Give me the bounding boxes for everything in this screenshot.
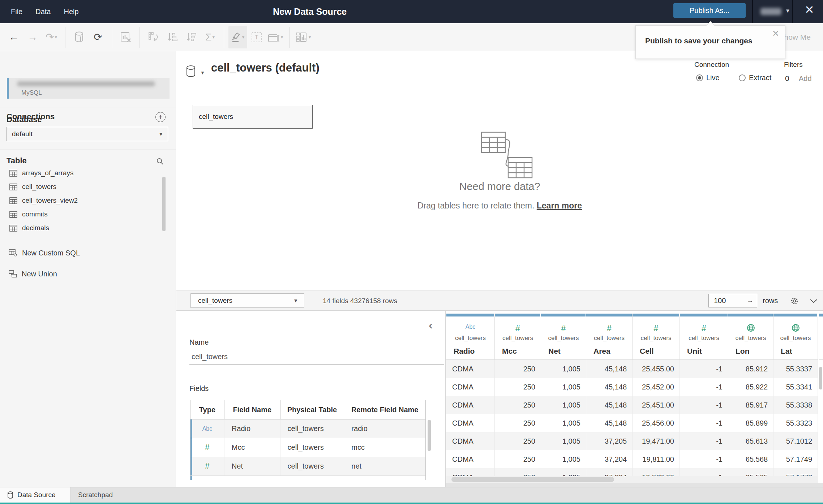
grid-cell: 250 bbox=[495, 396, 541, 414]
topbar-separator bbox=[792, 0, 793, 23]
table-icon bbox=[9, 225, 17, 232]
toolbar-separator bbox=[140, 27, 140, 48]
table-search-icon[interactable] bbox=[156, 158, 164, 165]
grid-cell: -1 bbox=[680, 378, 728, 396]
grid-hscroll-thumb[interactable] bbox=[451, 477, 614, 482]
sidebar-table-cell_towers[interactable]: cell_towers bbox=[0, 180, 170, 194]
fields-scrollbar[interactable] bbox=[428, 420, 431, 451]
fields-label: Fields bbox=[189, 384, 209, 393]
connection-heading: Connection bbox=[694, 61, 729, 69]
drag-tables-hint: Drag tables here to relate them. Learn m… bbox=[176, 201, 823, 211]
grid-cell: 37,205 bbox=[586, 432, 633, 450]
grid-cell: 55.3323 bbox=[773, 414, 818, 432]
column-accent-bar bbox=[773, 314, 817, 316]
grid-header-area[interactable]: #cell_towersArea bbox=[586, 314, 633, 360]
replay-icon[interactable]: ↷▾ bbox=[42, 26, 61, 48]
title-bar: FileDataHelp New Data Source Publish As.… bbox=[0, 0, 823, 23]
logical-table-cell-towers[interactable]: cell_towers bbox=[193, 105, 313, 129]
radio-selected-icon[interactable] bbox=[696, 74, 703, 81]
grid-vertical-scrollbar[interactable] bbox=[819, 367, 822, 389]
extract-radio[interactable]: Extract bbox=[739, 74, 771, 82]
connection-name-redacted bbox=[17, 81, 155, 86]
grid-header-lon[interactable]: cell_towersLon bbox=[728, 314, 773, 360]
collapse-grid-chevron-icon[interactable] bbox=[810, 298, 818, 303]
text-box-icon[interactable]: T bbox=[247, 26, 266, 48]
grid-header-cell[interactable]: #cell_towersCell bbox=[633, 314, 680, 360]
refresh-icon[interactable]: ⟳ bbox=[89, 26, 107, 48]
sidebar-divider bbox=[0, 108, 176, 108]
grid-header-net[interactable]: #cell_towersNet bbox=[541, 314, 586, 360]
new-union[interactable]: New Union bbox=[0, 267, 57, 281]
sidebar-table-arrays_of_arrays[interactable]: arrays_of_arrays bbox=[0, 166, 170, 180]
user-menu[interactable] bbox=[760, 8, 781, 15]
learn-more-link[interactable]: Learn more bbox=[537, 201, 582, 210]
filters-add-link[interactable]: Add bbox=[799, 74, 812, 83]
grid-header-lat[interactable]: cell_towersLat bbox=[773, 314, 818, 360]
grid-header-mcc[interactable]: #cell_towersMcc bbox=[495, 314, 541, 360]
sidebar-divider bbox=[0, 150, 176, 150]
tab-scratchpad[interactable]: Scratchpad bbox=[71, 487, 212, 503]
sort-ascending-icon[interactable] bbox=[163, 26, 182, 48]
field-row-net[interactable]: #Netcell_towersnet bbox=[190, 457, 425, 476]
grid-horizontal-scrollbar[interactable] bbox=[446, 476, 818, 483]
datasource-caret-icon[interactable]: ▼ bbox=[200, 70, 205, 76]
data-grid: Abccell_towersRadio#cell_towersMcc#cell_… bbox=[446, 314, 818, 486]
number-type-icon: # bbox=[654, 324, 659, 333]
connection-item[interactable]: MySQL bbox=[7, 78, 170, 99]
highlight-icon[interactable]: ▾ bbox=[228, 26, 247, 48]
field-row-mcc[interactable]: #Mcccell_towersmcc bbox=[190, 438, 425, 457]
menu-help[interactable]: Help bbox=[64, 8, 78, 16]
new-datasource-icon[interactable] bbox=[70, 26, 89, 48]
menu-file[interactable]: File bbox=[11, 8, 22, 16]
field-row-radio[interactable]: AbcRadiocell_towersradio bbox=[190, 419, 425, 438]
sort-descending-icon[interactable] bbox=[182, 26, 201, 48]
grid-cell: 250 bbox=[495, 432, 541, 450]
tab-data-source[interactable]: Data Source bbox=[0, 487, 71, 503]
grid-header-unit[interactable]: #cell_towersUnit bbox=[680, 314, 728, 360]
show-hide-cards-icon[interactable]: ▾ bbox=[294, 26, 313, 48]
grid-cell: 85.912 bbox=[728, 360, 773, 378]
add-connection-icon[interactable]: + bbox=[155, 112, 166, 122]
grid-cell: 250 bbox=[495, 378, 541, 396]
tooltip-close-icon[interactable]: ✕ bbox=[772, 29, 779, 39]
sidebar-table-decimals[interactable]: decimals bbox=[0, 221, 170, 235]
database-select[interactable]: default ▼ bbox=[7, 127, 168, 141]
grid-cell: -1 bbox=[680, 450, 728, 468]
publish-tooltip: Publish to save your changes ✕ bbox=[635, 25, 785, 59]
sidebar-table-commits[interactable]: commits bbox=[0, 207, 170, 221]
sidebar-table-cell_towers_view2[interactable]: cell_towers_view2 bbox=[0, 194, 170, 207]
table-icon bbox=[9, 170, 17, 177]
table-select[interactable]: cell_towers ▼ bbox=[190, 293, 304, 308]
grid-bottom-strip bbox=[446, 483, 823, 487]
collapse-metadata-icon[interactable]: ‹ bbox=[429, 319, 433, 331]
grid-cell: 45,148 bbox=[586, 360, 633, 378]
text-type-icon: Abc bbox=[466, 324, 476, 330]
window-close-icon[interactable]: ✕ bbox=[805, 3, 814, 17]
menu-data[interactable]: Data bbox=[35, 8, 51, 16]
radio-unselected-icon[interactable] bbox=[739, 74, 746, 81]
fields-table: TypeField NamePhysical TableRemote Field… bbox=[190, 400, 426, 480]
datasource-cylinder-icon[interactable] bbox=[185, 65, 196, 78]
grid-header-radio[interactable]: Abccell_towersRadio bbox=[446, 314, 495, 360]
grid-settings-gear-icon[interactable] bbox=[790, 297, 799, 305]
name-value[interactable]: cell_towers bbox=[192, 353, 228, 361]
apply-row-limit-icon[interactable]: → bbox=[747, 297, 753, 304]
grid-cell: 19,811.00 bbox=[633, 450, 680, 468]
publish-as-button[interactable]: Publish As... bbox=[673, 3, 746, 18]
number-type-icon: # bbox=[205, 443, 210, 452]
pause-auto-updates-icon[interactable] bbox=[116, 26, 135, 48]
totals-sigma-icon[interactable]: Σ▾ bbox=[201, 26, 219, 48]
grid-cell: 85.917 bbox=[728, 396, 773, 414]
swap-rows-columns-icon[interactable] bbox=[144, 26, 163, 48]
live-radio[interactable]: Live bbox=[696, 74, 720, 82]
sidebar-scrollbar[interactable] bbox=[162, 177, 166, 231]
need-more-data-title: Need more data? bbox=[176, 181, 823, 193]
undo-icon[interactable]: ← bbox=[4, 26, 23, 48]
user-menu-caret-icon[interactable]: ▼ bbox=[785, 8, 790, 14]
row-limit-box: → bbox=[708, 294, 757, 307]
grid-cell: 57.1012 bbox=[773, 432, 818, 450]
grid-cell: 250 bbox=[495, 414, 541, 432]
fit-width-icon[interactable]: ▾ bbox=[266, 26, 285, 48]
redo-icon[interactable]: → bbox=[23, 26, 42, 48]
new-custom-sql[interactable]: New Custom SQL bbox=[0, 246, 80, 260]
